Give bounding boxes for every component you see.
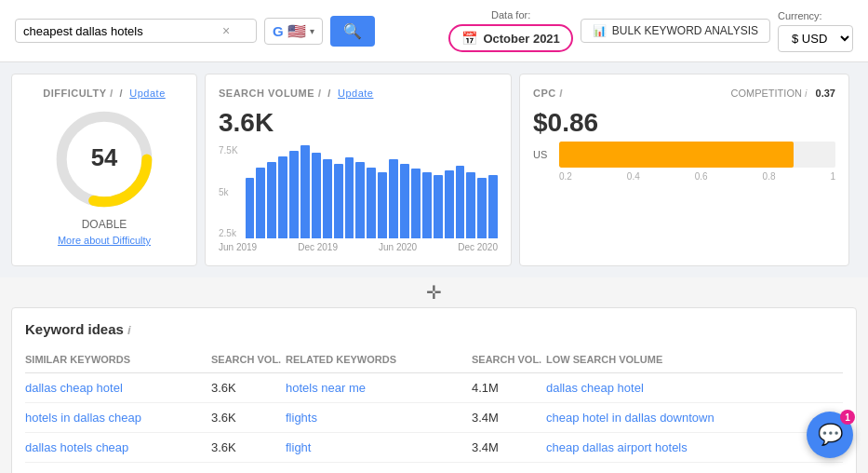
google-selector[interactable]: G 🇺🇸 ▾ — [264, 18, 323, 45]
chart-bar — [246, 178, 255, 238]
competition-value: 0.37 — [816, 88, 835, 99]
search-input[interactable] — [23, 24, 219, 38]
competition-info-icon[interactable]: i — [805, 88, 807, 99]
related-kw-2[interactable]: flights — [286, 403, 472, 433]
chart-bar — [300, 145, 310, 238]
currency-select[interactable]: $ USD — [778, 25, 853, 52]
drag-handle[interactable]: ✛ — [0, 277, 868, 307]
horiz-bar-background — [559, 142, 835, 168]
col-vol2-header: SEARCH VOL. — [472, 350, 546, 373]
header-bar: × G 🇺🇸 ▾ 🔍 Data for: 📅 October 2021 📊 BU… — [0, 0, 868, 62]
bulk-icon: 📊 — [593, 24, 607, 37]
related-vol-1: 4.1M — [472, 373, 546, 403]
low-kw-3[interactable]: cheap dallas airport hotels — [546, 433, 843, 463]
chart-bar — [411, 169, 421, 238]
chart-bar — [323, 159, 332, 238]
difficulty-info-icon[interactable]: i — [110, 88, 114, 99]
competition-label: COMPETITION i 0.37 — [731, 88, 836, 99]
search-volume-panel: SEARCH VOLUME i / Update 3.6K 7.5K 5k 2.… — [205, 74, 512, 266]
similar-kw-1[interactable]: dallas cheap hotel — [25, 373, 211, 403]
bulk-keyword-button[interactable]: 📊 BULK KEYWORD ANALYSIS — [581, 19, 770, 43]
clear-button[interactable]: × — [219, 23, 234, 38]
metrics-panels: DIFFICULTY i / Update 54 DOABLE More abo… — [0, 62, 868, 277]
cpc-title: CPC i — [533, 88, 598, 99]
chart-bar — [367, 168, 376, 238]
chart-bar — [400, 164, 409, 238]
search-button[interactable]: 🔍 — [330, 16, 375, 47]
difficulty-panel: DIFFICULTY i / Update 54 DOABLE More abo… — [11, 74, 197, 266]
similar-vol-1: 3.6K — [211, 373, 286, 403]
search-volume-value: 3.6K — [219, 108, 498, 138]
chart-bar — [345, 157, 354, 238]
horiz-bar-fill — [559, 142, 794, 168]
col-related-header: RELATED KEYWORDS — [286, 350, 472, 373]
chat-badge: 1 — [840, 410, 855, 425]
chart-bar — [256, 168, 265, 238]
similar-kw-3[interactable]: dallas hotels cheap — [25, 433, 211, 463]
data-for-label: Data for: — [491, 9, 530, 20]
chart-bar — [477, 178, 487, 238]
chart-bar — [466, 172, 475, 238]
chart-bar — [312, 153, 321, 238]
currency-label: Currency: — [778, 10, 822, 21]
keywords-grid: SIMILAR KEYWORDS SEARCH VOL. RELATED KEY… — [25, 350, 843, 463]
calendar-icon: 📅 — [461, 31, 477, 46]
axis-labels: 0.2 0.4 0.6 0.8 1 — [533, 171, 835, 182]
keyword-ideas-section: Keyword ideas i SIMILAR KEYWORDS SEARCH … — [11, 307, 857, 473]
related-kw-3[interactable]: flight — [286, 433, 472, 463]
search-volume-title: SEARCH VOLUME i / Update — [219, 88, 498, 99]
chart-bar — [378, 172, 387, 238]
data-for-block: Data for: 📅 October 2021 — [448, 9, 572, 52]
chart-bar — [434, 175, 443, 238]
chevron-down-icon: ▾ — [310, 26, 314, 36]
svg-text:54: 54 — [91, 144, 118, 170]
cpc-info-icon[interactable]: i — [559, 88, 563, 99]
country-bar-row: US — [533, 142, 835, 168]
cpc-panel: CPC i $0.86 COMPETITION i 0.37 US — [519, 74, 849, 266]
low-kw-2[interactable]: cheap hotel in dallas downtown — [546, 403, 843, 433]
search-bar: × — [15, 19, 257, 43]
keyword-ideas-title: Keyword ideas i — [25, 321, 843, 337]
chart-bar — [278, 156, 287, 238]
related-vol-2: 3.4M — [472, 403, 546, 433]
difficulty-donut: 54 — [25, 108, 183, 210]
cpc-value: $0.86 — [533, 108, 598, 138]
col-low-header: LOW SEARCH VOLUME — [546, 350, 843, 373]
search-volume-chart — [246, 145, 498, 238]
keyword-ideas-info-icon[interactable]: i — [127, 323, 131, 337]
chart-bar — [445, 170, 454, 238]
currency-block: Currency: $ USD — [778, 10, 853, 52]
chart-bar — [488, 175, 498, 238]
doable-label: DOABLE — [25, 218, 183, 231]
chat-widget[interactable]: 💬 1 — [807, 412, 853, 458]
flag-icon: 🇺🇸 — [287, 22, 306, 40]
similar-kw-2[interactable]: hotels in dallas cheap — [25, 403, 211, 433]
country-label: US — [533, 149, 552, 160]
search-volume-update-link[interactable]: Update — [338, 88, 373, 99]
difficulty-title: DIFFICULTY i / Update — [25, 88, 183, 99]
chart-bar — [267, 162, 276, 238]
chart-bar — [334, 164, 343, 238]
similar-vol-2: 3.6K — [211, 403, 286, 433]
bulk-label: BULK KEYWORD ANALYSIS — [612, 24, 758, 37]
date-label: October 2021 — [483, 32, 559, 46]
chart-x-labels: Jun 2019 Dec 2019 Jun 2020 Dec 2020 — [219, 242, 498, 252]
more-difficulty-link[interactable]: More about Difficulty — [25, 235, 183, 246]
date-button[interactable]: 📅 October 2021 — [448, 24, 572, 52]
chart-bar — [389, 159, 398, 238]
chart-bar — [355, 162, 365, 238]
related-vol-3: 3.4M — [472, 433, 546, 463]
similar-vol-3: 3.6K — [211, 433, 286, 463]
difficulty-update-link[interactable]: Update — [129, 88, 165, 99]
search-volume-info-icon[interactable]: i — [318, 88, 322, 99]
col-similar-header: SIMILAR KEYWORDS — [25, 350, 211, 373]
chart-bar — [422, 172, 432, 238]
google-g-icon: G — [273, 23, 284, 39]
low-kw-1[interactable]: dallas cheap hotel — [546, 373, 843, 403]
col-vol1-header: SEARCH VOL. — [211, 350, 286, 373]
chart-bar — [456, 166, 465, 238]
competition-bar-chart: US — [533, 142, 835, 168]
related-kw-1[interactable]: hotels near me — [286, 373, 472, 403]
y-axis-labels: 7.5K 5k 2.5k — [219, 145, 242, 238]
chart-bar — [289, 151, 299, 238]
